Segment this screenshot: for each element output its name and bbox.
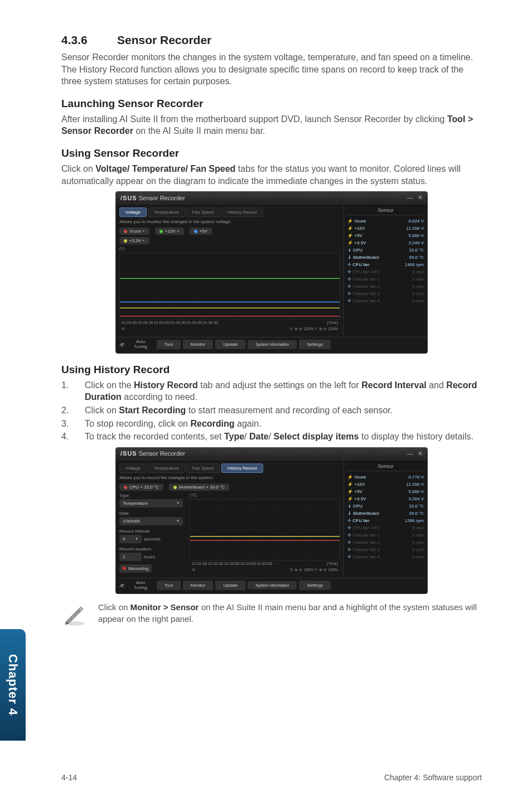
legend-12v[interactable]: +12V + xyxy=(155,228,184,235)
sensor-row: CPU fan1396 rpm xyxy=(347,517,424,524)
page-number: 4-14 xyxy=(61,773,77,782)
titlebar: /SUS Sensor Recorder — ✕ xyxy=(116,448,427,460)
y-unit: (°C) xyxy=(190,493,340,497)
chapter-label: Chapter 4 xyxy=(6,654,20,716)
time-label: (Time) xyxy=(327,562,338,566)
close-icon[interactable]: ✕ xyxy=(418,194,423,201)
tab-history-record[interactable]: History Record xyxy=(221,463,263,473)
tool-button[interactable]: Tool xyxy=(157,581,181,590)
date-select[interactable]: 1/9/2005▼ xyxy=(119,517,183,525)
duration-input[interactable]: 1 xyxy=(119,553,142,561)
tab-temperature[interactable]: Temperature xyxy=(148,207,185,217)
legend-dot xyxy=(124,230,127,233)
list-item: 4. To track the recorded contents, set T… xyxy=(61,431,482,443)
sensor-recorder-voltage-window: /SUS Sensor Recorder — ✕ Voltage Tempera… xyxy=(115,191,428,354)
voltage-chart xyxy=(119,253,340,320)
legend-dot xyxy=(173,486,177,489)
auto-tuning-button[interactable]: AutoTuning xyxy=(127,581,154,591)
recording-button[interactable]: Recording xyxy=(119,564,152,573)
chevron-down-icon: ▼ xyxy=(176,501,180,505)
using-heading: Using Sensor Recorder xyxy=(61,147,482,160)
sensor-row: Chassis fan 40 rpm xyxy=(347,297,424,305)
legend-dot xyxy=(124,486,127,489)
chevron-down-icon: ▼ xyxy=(176,519,180,523)
auto-tuning-button[interactable]: AutoTuning xyxy=(127,340,154,350)
x-ticks: 01:04:00 01:04:30 01:05:00 01:05:30 01:0… xyxy=(122,321,218,325)
sensor-row: CPU fan OPT0 rpm xyxy=(347,268,424,276)
brand-logo: /SUS xyxy=(120,450,137,457)
type-select[interactable]: Temperature▼ xyxy=(119,499,183,508)
sensor-row: +5V5.080 V xyxy=(347,488,424,495)
sensor-recorder-history-window: /SUS Sensor Recorder — ✕ Voltage Tempera… xyxy=(115,447,428,595)
section-number: 4.3.6 xyxy=(61,33,117,47)
sensor-row: MotherBoard39.0 °C xyxy=(347,510,424,517)
interval-unit: seconds xyxy=(144,537,161,542)
x-ticks: 01:01:00 01:02:00 01:03:00 01:04:00 01:0… xyxy=(192,562,272,566)
tab-history-record[interactable]: History Record xyxy=(221,207,263,217)
list-item: 3. To stop recording, click on Recording… xyxy=(61,418,482,430)
legend-3v3[interactable]: +3.3V + xyxy=(119,237,149,244)
sensor-panel-title: Sensor xyxy=(347,207,424,215)
monitor-button[interactable]: Monitor xyxy=(183,340,214,349)
duration-unit: hours xyxy=(144,554,155,559)
settings-button[interactable]: Settings xyxy=(299,340,331,349)
note-text: Click on Monitor > Sensor on the AI Suit… xyxy=(98,602,482,625)
update-button[interactable]: Update xyxy=(215,581,245,590)
section-title: Sensor Recorder xyxy=(117,33,211,46)
minimize-icon[interactable]: — xyxy=(407,450,413,457)
sensor-row: Chassis fan 10 rpm xyxy=(347,276,424,283)
legend-cpu[interactable]: CPU + 33.0 °C xyxy=(119,484,163,491)
sensor-row: Chassis fan 20 rpm xyxy=(347,283,424,290)
monitor-button[interactable]: Monitor xyxy=(183,581,214,590)
window-title: Sensor Recorder xyxy=(139,450,185,457)
update-button[interactable]: Update xyxy=(215,340,245,349)
bottom-bar: Æ AutoTuning Tool Monitor Update System … xyxy=(116,578,427,591)
legend-dot xyxy=(124,239,127,243)
tab-temperature[interactable]: Temperature xyxy=(148,463,185,473)
window-title: Sensor Recorder xyxy=(139,195,185,201)
legend-5v[interactable]: +5V xyxy=(190,228,212,235)
y-unit: (V) xyxy=(119,247,340,250)
sensor-row: CPU33.0 °C xyxy=(347,503,424,510)
sensor-row: +3.3V3.264 V xyxy=(347,495,424,503)
settings-button[interactable]: Settings xyxy=(299,581,331,590)
helper-text: Allows you to monitor the changes in the… xyxy=(119,219,340,224)
axis-scale: X: ⊕ ⊖ 100% Y: ⊕ ⊖ 100% xyxy=(290,327,338,331)
system-info-button[interactable]: System Information xyxy=(248,340,297,349)
brand-logo: /SUS xyxy=(120,195,137,201)
legend-vcore[interactable]: Vcore + xyxy=(119,228,149,235)
sensor-row: +12V12.288 V xyxy=(347,481,424,488)
interval-input[interactable]: 5▼ xyxy=(119,535,142,543)
legend-motherboard[interactable]: MotherBoard + 39.0 °C xyxy=(169,484,229,491)
chevron-down-icon: ▼ xyxy=(135,537,138,540)
tool-button[interactable]: Tool xyxy=(157,340,181,349)
tab-fan-speed[interactable]: Fan Speed xyxy=(186,207,220,217)
sensor-row: Chassis fan 30 rpm xyxy=(347,290,424,297)
refresh-icon[interactable]: ⟲ xyxy=(122,327,125,331)
brand-icon: Æ xyxy=(119,583,124,588)
sensor-panel-title: Sensor xyxy=(347,463,424,471)
sensor-row: Chassis fan 40 rpm xyxy=(347,553,424,561)
history-chart xyxy=(190,499,340,561)
tab-fan-speed[interactable]: Fan Speed xyxy=(186,463,220,473)
close-icon[interactable]: ✕ xyxy=(418,450,423,457)
launching-heading: Launching Sensor Recorder xyxy=(61,98,482,110)
sensor-row: Vcore0.776 V xyxy=(347,474,424,481)
chapter-side-tab: Chapter 4 xyxy=(0,629,26,741)
legend-dot xyxy=(159,230,163,233)
refresh-icon[interactable]: ⟲ xyxy=(192,568,195,572)
duration-label: Record duration xyxy=(119,547,183,552)
sensor-row: CPU fan1406 rpm xyxy=(347,261,424,268)
sensor-row: +5V5.080 V xyxy=(347,232,424,239)
sensor-panel: Sensor Vcore0.824 V +12V12.288 V +5V5.08… xyxy=(344,204,427,336)
section-heading: 4.3.6Sensor Recorder xyxy=(61,33,482,47)
titlebar: /SUS Sensor Recorder — ✕ xyxy=(116,192,427,204)
tab-voltage[interactable]: Voltage xyxy=(119,207,147,217)
sensor-row: CPU fan OPT0 rpm xyxy=(347,524,424,532)
legend-dot xyxy=(194,230,197,233)
tab-voltage[interactable]: Voltage xyxy=(119,463,147,473)
system-info-button[interactable]: System Information xyxy=(248,581,297,590)
brand-icon: Æ xyxy=(119,342,124,347)
sensor-row: +12V12.288 V xyxy=(347,225,424,232)
minimize-icon[interactable]: — xyxy=(407,194,413,201)
